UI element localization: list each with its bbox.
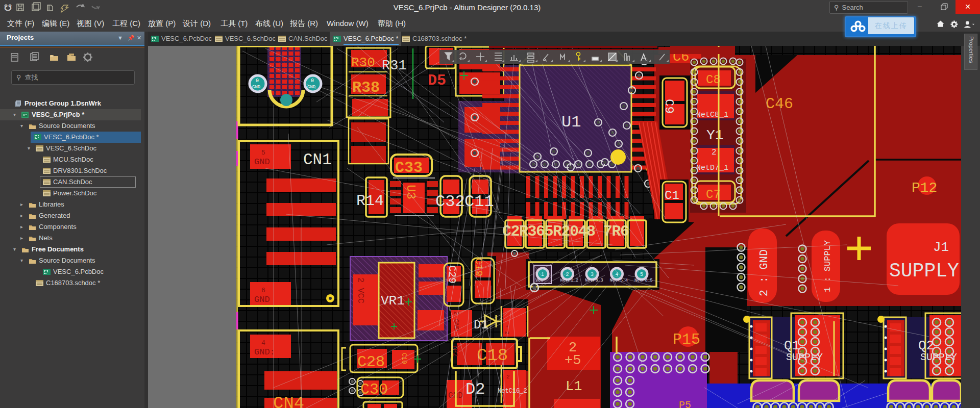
svg-text:L1: L1: [566, 379, 582, 394]
svg-text:CN4: CN4: [273, 394, 304, 408]
svg-text:U1: U1: [561, 113, 581, 132]
svg-text:2 VCC: 2 VCC: [356, 277, 365, 303]
svg-text:D5: D5: [428, 72, 446, 89]
svg-text:C32: C32: [435, 192, 465, 211]
svg-text:U3: U3: [404, 185, 418, 199]
svg-text:R38: R38: [352, 79, 380, 96]
svg-text:GND: GND: [254, 295, 270, 304]
svg-text:P12: P12: [912, 180, 937, 196]
svg-text:GND: GND: [307, 85, 315, 90]
svg-text:+5: +5: [565, 353, 581, 368]
svg-text:C9: C9: [662, 99, 676, 114]
svg-text:0: 0: [256, 78, 259, 84]
svg-text:Y1: Y1: [706, 128, 724, 143]
svg-text:2 : GND: 2 : GND: [758, 249, 771, 296]
svg-text:☋: ☋: [4, 3, 12, 13]
svg-text:NetP1_2: NetP1_2: [560, 278, 579, 283]
svg-text:NetC8_1: NetC8_1: [696, 111, 728, 119]
svg-text:J1: J1: [933, 240, 949, 255]
svg-text:1: 1: [541, 272, 544, 277]
svg-text:SUPPLY: SUPPLY: [889, 260, 959, 282]
svg-text:C30: C30: [360, 381, 388, 398]
svg-text:0: 0: [311, 78, 314, 84]
svg-text:C33: C33: [395, 159, 423, 176]
svg-text:5: 5: [261, 149, 265, 157]
svg-text:VR1: VR1: [381, 293, 405, 309]
svg-text:GND: GND: [254, 157, 270, 167]
svg-text:P5: P5: [679, 399, 691, 408]
svg-text:GND: GND: [252, 85, 260, 90]
svg-text:4: 4: [261, 339, 265, 347]
svg-text:SUPPLY: SUPPLY: [920, 351, 957, 363]
svg-text:6: 6: [261, 287, 265, 294]
svg-text:NetD7_1: NetD7_1: [696, 164, 728, 172]
svg-text:R14: R14: [356, 192, 384, 210]
svg-text:R30: R30: [351, 55, 375, 70]
svg-text:3: 3: [591, 272, 594, 277]
svg-text:CN1: CN1: [303, 151, 332, 169]
svg-text:2: 2: [506, 374, 510, 380]
svg-text:GND:: GND:: [254, 347, 275, 357]
svg-text:C1: C1: [665, 189, 679, 202]
svg-text:2: 2: [712, 148, 717, 157]
svg-text:1 : SUPPLY: 1 : SUPPLY: [823, 240, 832, 292]
svg-text:5: 5: [640, 272, 643, 277]
svg-text:P15: P15: [673, 331, 700, 348]
